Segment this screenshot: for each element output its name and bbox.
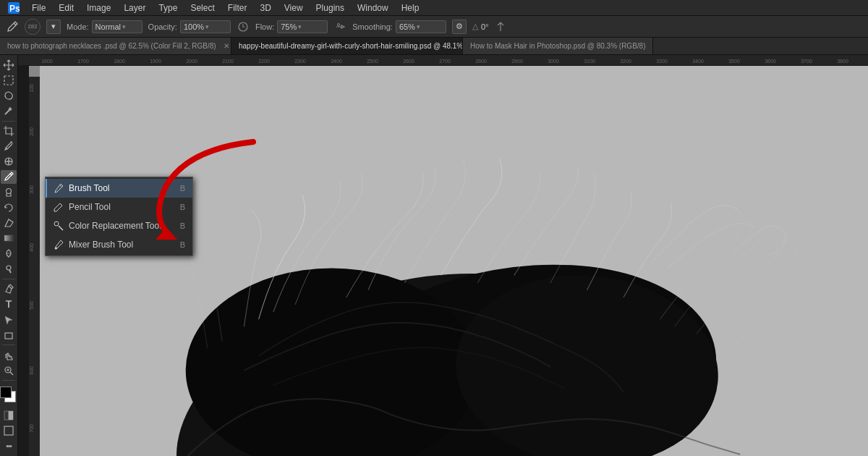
svg-text:Ps: Ps — [9, 4, 20, 14]
pen-tool[interactable] — [1, 282, 17, 296]
tab-0-label: how to photograph necklaces .psd @ 62.5%… — [7, 42, 216, 50]
svg-point-7 — [7, 188, 12, 193]
zoom-tool[interactable] — [1, 363, 17, 377]
tab-0-close[interactable]: ✕ — [224, 42, 229, 50]
menu-bar: Ps File Edit Image Layer Type Select Fil… — [0, 0, 868, 16]
toolbar: T ••• — [0, 55, 18, 456]
menu-edit[interactable]: Edit — [53, 1, 80, 14]
svg-rect-12 — [4, 411, 9, 420]
menu-filter[interactable]: Filter — [222, 1, 253, 14]
mixer-brush-menu-icon — [53, 239, 64, 250]
pencil-tool-shortcut: B — [180, 203, 185, 211]
mixer-brush-menu-label: Mixer Brush Tool — [69, 240, 161, 250]
screen-mode-btn[interactable] — [1, 424, 17, 438]
tab-2[interactable]: How to Mask Hair in Photoshop.psd @ 80.3… — [463, 38, 653, 54]
type-tool[interactable]: T — [1, 297, 17, 311]
brush-tool[interactable] — [1, 170, 17, 184]
menu-view[interactable]: View — [278, 1, 309, 14]
ruler-num: 3400 — [680, 59, 716, 64]
stamp-tool[interactable] — [1, 185, 17, 199]
opacity-label: Opacity: — [148, 22, 177, 31]
ruler-num: 3000 — [535, 59, 571, 64]
path-select-tool[interactable] — [1, 313, 17, 326]
hand-tool[interactable] — [1, 348, 17, 362]
ruler-num: 3500 — [716, 59, 752, 64]
ruler-num: 3600 — [752, 59, 788, 64]
magic-wand-tool[interactable] — [1, 104, 17, 117]
brush-tool-menu-label: Brush Tool — [69, 183, 161, 193]
ruler-num: 2800 — [463, 59, 499, 64]
ruler-num: 2700 — [427, 59, 463, 64]
heal-tool[interactable] — [1, 155, 17, 169]
canvas-area: 1600 1700 1800 1900 2000 2100 2200 2300 … — [18, 55, 868, 456]
smoothing-group: Smoothing: 65% ▾ — [352, 20, 446, 33]
mode-group: Mode: Normal ▾ — [67, 20, 142, 33]
context-menu-brush-tool[interactable]: Brush Tool B — [46, 179, 192, 198]
move-tool[interactable] — [1, 58, 17, 72]
flow-label: Flow: — [255, 22, 274, 31]
menu-image[interactable]: Image — [81, 1, 116, 14]
ruler-num: 2300 — [282, 59, 318, 64]
opacity-group: Opacity: 100% ▾ — [148, 20, 231, 33]
pressure-opacity-icon[interactable] — [237, 20, 250, 33]
ruler-num: 3700 — [788, 59, 825, 64]
context-menu-pencil-tool[interactable]: Pencil Tool B — [46, 198, 192, 216]
flow-group: Flow: 75% ▾ — [255, 20, 328, 33]
mode-label: Mode: — [67, 22, 89, 31]
context-menu-mixer-brush-tool[interactable]: Mixer Brush Tool B — [46, 235, 192, 254]
canvas-image: 100 200 300 400 500 600 700 — [29, 66, 868, 456]
shape-tool[interactable] — [1, 328, 17, 342]
color-replacement-menu-label: Color Replacement Tool — [69, 221, 161, 231]
pencil-tool-menu-label: Pencil Tool — [69, 202, 161, 212]
ruler-top: 1600 1700 1800 1900 2000 2100 2200 2300 … — [18, 55, 868, 66]
menu-file[interactable]: File — [26, 1, 51, 14]
brush-tool-icon — [6, 20, 19, 33]
menu-help[interactable]: Help — [396, 1, 425, 14]
crop-tool[interactable] — [1, 124, 17, 138]
tab-0[interactable]: how to photograph necklaces .psd @ 62.5%… — [0, 38, 231, 54]
menu-select[interactable]: Select — [184, 1, 220, 14]
angle-group: △ 0° — [472, 22, 489, 31]
menu-plugins[interactable]: Plugins — [310, 1, 350, 14]
more-tools-btn[interactable]: ••• — [1, 439, 17, 453]
lasso-tool[interactable] — [1, 88, 17, 102]
smoothing-settings-btn[interactable]: ⚙ — [452, 20, 467, 34]
color-replacement-menu-icon — [53, 220, 64, 232]
menu-layer[interactable]: Layer — [118, 1, 151, 14]
menu-type[interactable]: Type — [153, 1, 183, 14]
ruler-num: 3300 — [644, 59, 680, 64]
context-menu-color-replacement-tool[interactable]: Color Replacement Tool B — [46, 216, 192, 235]
ruler-num: 2900 — [499, 59, 535, 64]
eyedropper-tool[interactable] — [1, 140, 17, 153]
history-brush-tool[interactable] — [1, 200, 17, 214]
opacity-dropdown[interactable]: 100% ▾ — [180, 20, 231, 33]
mixer-brush-shortcut: B — [180, 240, 185, 249]
tab-1[interactable]: happy-beautiful-dreamy-girl-with-curly-s… — [231, 38, 463, 54]
dodge-tool[interactable] — [1, 262, 17, 276]
brush-size-preview[interactable]: 282 — [25, 19, 41, 35]
pencil-tool-menu-icon — [53, 201, 64, 213]
flow-dropdown[interactable]: 75% ▾ — [277, 20, 328, 33]
svg-rect-14 — [4, 426, 13, 435]
toolbar-sep-4 — [2, 380, 15, 381]
eraser-tool[interactable] — [1, 216, 17, 229]
ruler-num: 1900 — [137, 59, 174, 64]
ruler-num: 2200 — [246, 59, 282, 64]
menu-window[interactable]: Window — [352, 1, 394, 14]
menu-3d[interactable]: 3D — [254, 1, 276, 14]
context-menu: Brush Tool B Pencil Tool B Color Replace… — [45, 177, 193, 256]
smoothing-dropdown[interactable]: 65% ▾ — [396, 20, 446, 33]
svg-rect-13 — [9, 411, 13, 420]
airbrush-icon[interactable] — [333, 20, 346, 33]
svg-point-9 — [7, 266, 11, 270]
symmetry-icon[interactable] — [494, 20, 507, 33]
brush-settings-btn[interactable]: ▾ — [46, 20, 61, 34]
tab-2-label: How to Mask Hair in Photoshop.psd @ 80.3… — [470, 42, 645, 50]
quick-mask-btn[interactable] — [1, 409, 17, 423]
options-bar: 282 ▾ Mode: Normal ▾ Opacity: 100% ▾ Flo… — [0, 16, 868, 38]
gradient-tool[interactable] — [1, 231, 17, 245]
select-rect-tool[interactable] — [1, 73, 17, 87]
mode-dropdown[interactable]: Normal ▾ — [92, 20, 142, 33]
fg-color-swatch[interactable] — [0, 387, 12, 398]
blur-tool[interactable] — [1, 247, 17, 261]
